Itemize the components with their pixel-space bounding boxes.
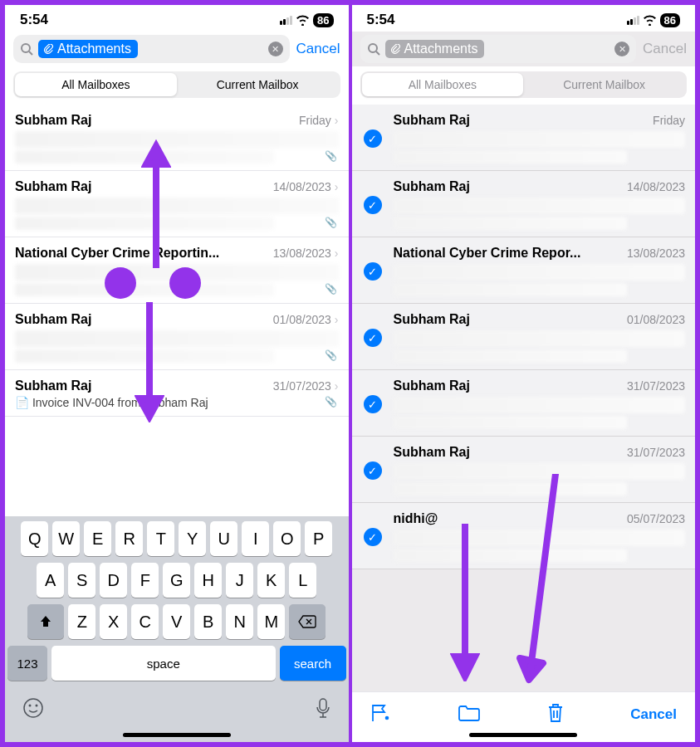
results-list[interactable]: Subham RajFriday ›📎Subham Raj14/08/2023 … [5,105,349,516]
trash-button[interactable] [546,702,565,727]
home-indicator [469,733,577,737]
svg-rect-5 [320,699,326,710]
list-item[interactable]: ✓National Cyber Crime Repor...13/08/2023 [352,237,696,304]
checkbox-checked-icon[interactable]: ✓ [364,329,382,347]
key-v[interactable]: V [163,604,190,639]
status-bar: 5:54 86 [5,5,349,32]
search-key[interactable]: search [280,646,346,681]
key-j[interactable]: J [226,563,253,598]
key-w[interactable]: W [52,521,80,556]
seg-current-mailbox[interactable]: Current Mailbox [177,73,339,96]
key-z[interactable]: Z [68,604,95,639]
key-d[interactable]: D [100,563,127,598]
list-item[interactable]: ✓Subham Raj01/08/2023 [352,304,696,370]
arrow-down-annotation [450,524,480,681]
key-y[interactable]: Y [179,521,206,556]
key-p[interactable]: P [305,521,332,556]
dictate-key[interactable] [315,697,331,719]
key-l[interactable]: L [289,563,316,598]
keyboard[interactable]: QWERTYUIOP ASDFGHJKL ZXCVBNM 123 space s… [5,516,349,742]
key-u[interactable]: U [210,521,237,556]
key-g[interactable]: G [163,563,190,598]
svg-point-2 [24,699,42,717]
key-t[interactable]: T [147,521,174,556]
search-token[interactable]: Attachments [385,40,485,58]
key-i[interactable]: I [242,521,269,556]
key-f[interactable]: F [131,563,159,598]
delete-key[interactable] [289,604,326,639]
checkbox-checked-icon[interactable]: ✓ [364,528,382,546]
list-item[interactable]: Subham Raj01/08/2023 ›📎 [5,304,349,370]
checkbox-checked-icon[interactable]: ✓ [364,395,382,413]
key-m[interactable]: M [257,604,285,639]
seg-current-mailbox[interactable]: Current Mailbox [523,73,685,96]
paperclip-icon: 📎 [325,349,337,361]
status-time: 5:54 [367,12,395,28]
toolbar-cancel-button[interactable]: Cancel [630,706,677,723]
chevron-right-icon: › [335,313,339,326]
status-time: 5:54 [20,12,48,28]
key-q[interactable]: Q [21,521,48,556]
search-icon [20,42,33,56]
checkbox-checked-icon[interactable]: ✓ [364,262,382,281]
checkbox-checked-icon[interactable]: ✓ [364,129,382,148]
key-b[interactable]: B [194,604,222,639]
arrow-up-annotation [141,139,171,268]
search-icon [367,42,380,56]
checkbox-checked-icon[interactable]: ✓ [364,196,382,214]
signal-icon [627,16,639,25]
key-x[interactable]: X [100,604,127,639]
key-k[interactable]: K [257,563,285,598]
shift-key[interactable] [27,604,64,639]
paperclip-icon: 📎 [325,150,337,162]
date-label: 01/08/2023 [627,313,685,326]
paperclip-icon [390,44,401,55]
flag-button[interactable] [370,703,392,726]
key-c[interactable]: C [131,604,159,639]
seg-all-mailboxes[interactable]: All Mailboxes [15,73,177,96]
paperclip-icon: 📎 [325,283,337,295]
status-bar: 5:54 86 [352,5,696,32]
list-item[interactable]: ✓Subham Raj14/08/2023 [352,171,696,237]
cancel-search-link[interactable]: Cancel [296,41,340,57]
date-label: 13/08/2023 › [273,247,339,260]
seg-all-mailboxes[interactable]: All Mailboxes [362,73,524,96]
space-key[interactable]: space [51,646,276,681]
search-input[interactable]: Attachments ✕ [13,35,290,63]
search-token[interactable]: Attachments [38,40,138,58]
key-e[interactable]: E [84,521,111,556]
emoji-key[interactable] [22,697,44,719]
date-label: Friday › [299,114,339,127]
svg-point-3 [29,705,32,707]
clear-search-button[interactable]: ✕ [268,42,283,56]
date-label: 31/07/2023 [627,446,685,459]
key-n[interactable]: N [226,604,253,639]
checkbox-checked-icon[interactable]: ✓ [364,461,382,480]
list-item[interactable]: ✓Subham RajFriday [352,105,696,171]
list-item[interactable]: Subham Raj31/07/2023 ›📄 Invoice INV-004 … [5,370,349,417]
chevron-right-icon: › [335,247,339,260]
list-item[interactable]: Subham RajFriday ›📎 [5,105,349,171]
list-item[interactable]: ✓Subham Raj31/07/2023 [352,370,696,437]
key-s[interactable]: S [68,563,95,598]
battery-icon: 86 [313,13,333,27]
key-r[interactable]: R [115,521,143,556]
number-key[interactable]: 123 [7,646,47,681]
home-indicator [123,733,231,737]
wifi-icon [643,15,657,26]
date-label: Friday [653,114,685,127]
key-o[interactable]: O [273,521,301,556]
clear-search-button[interactable]: ✕ [614,42,629,56]
key-h[interactable]: H [194,563,222,598]
chevron-right-icon: › [335,180,339,193]
search-input[interactable]: Attachments ✕ [360,35,637,63]
search-row: Attachments ✕ Cancel [352,32,696,66]
list-item[interactable]: Subham Raj14/08/2023 ›📎 [5,171,349,237]
svg-line-1 [29,51,32,55]
scope-segment: All Mailboxes Current Mailbox [360,71,688,98]
touch-dots-annotation [105,267,201,299]
date-label: 14/08/2023 › [273,180,339,193]
move-button[interactable] [458,704,481,725]
key-a[interactable]: A [37,563,64,598]
svg-point-0 [22,44,30,52]
